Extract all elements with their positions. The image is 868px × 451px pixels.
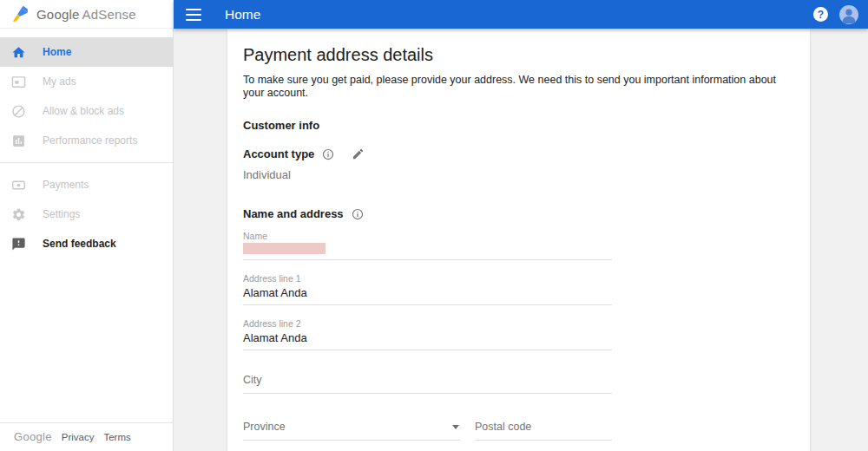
name-address-heading: Name and address xyxy=(243,207,344,220)
brand-google: Google xyxy=(36,7,80,22)
info-icon[interactable] xyxy=(322,148,334,160)
reports-icon xyxy=(11,134,26,148)
sidebar-item-allow-block-ads[interactable]: Allow & block ads xyxy=(0,96,173,126)
sidebar: Home My ads Allow & block ads Per xyxy=(0,29,174,451)
help-icon[interactable]: ? xyxy=(813,7,828,22)
sidebar-divider xyxy=(0,162,173,163)
sidebar-item-my-ads[interactable]: My ads xyxy=(0,67,173,96)
sidebar-item-label: Settings xyxy=(43,208,80,220)
brand-product: AdSense xyxy=(82,7,136,22)
payment-address-card: Payment address details To make sure you… xyxy=(227,29,810,451)
address-form: Name Address line 1 Alamat Anda Address … xyxy=(243,231,612,451)
address-line-2-label: Address line 2 xyxy=(243,318,612,329)
address-line-1-value[interactable]: Alamat Anda xyxy=(243,286,612,304)
sidebar-item-send-feedback[interactable]: Send feedback xyxy=(0,229,173,258)
page-title: Payment address details xyxy=(243,44,794,66)
address-line-1-field[interactable]: Address line 1 Alamat Anda xyxy=(243,273,612,305)
sidebar-nav: Home My ads Allow & block ads Per xyxy=(0,29,173,258)
sidebar-item-label: Home xyxy=(43,46,71,58)
customer-info-heading: Customer info xyxy=(243,119,794,132)
feedback-icon xyxy=(11,237,26,252)
province-select[interactable] xyxy=(243,409,460,440)
sidebar-item-performance-reports[interactable]: Performance reports xyxy=(0,126,173,155)
province-field[interactable] xyxy=(243,409,460,441)
footer-privacy-link[interactable]: Privacy xyxy=(62,432,95,442)
name-field-label: Name xyxy=(243,231,612,241)
edit-pencil-icon[interactable] xyxy=(352,147,365,160)
postal-code-field[interactable] xyxy=(475,409,612,441)
sidebar-item-home[interactable]: Home xyxy=(0,37,173,67)
app-bar: Home ? xyxy=(174,0,868,29)
address-line-2-field[interactable]: Address line 2 Alamat Anda xyxy=(243,318,612,350)
brand-text: GoogleAdSense xyxy=(36,7,136,22)
sidebar-item-label: My ads xyxy=(43,75,76,88)
city-input[interactable] xyxy=(243,363,612,393)
brand-logo-area: GoogleAdSense xyxy=(0,0,174,29)
address-line-2-value[interactable]: Alamat Anda xyxy=(243,331,612,350)
account-type-row: Account type xyxy=(243,147,794,160)
payments-icon xyxy=(11,178,26,193)
block-icon xyxy=(11,104,26,119)
sidebar-item-label: Performance reports xyxy=(43,134,137,147)
settings-icon xyxy=(11,207,26,222)
user-avatar[interactable] xyxy=(839,5,858,24)
adsense-app: GoogleAdSense Home ? Home xyxy=(0,0,868,451)
sidebar-item-label: Allow & block ads xyxy=(43,105,124,117)
sidebar-item-payments[interactable]: Payments xyxy=(0,170,173,199)
info-icon[interactable] xyxy=(352,208,364,220)
content-area: Payment address details To make sure you… xyxy=(174,29,868,451)
home-icon xyxy=(11,45,26,60)
account-type-value: Individual xyxy=(243,168,794,181)
sidebar-item-settings[interactable]: Settings xyxy=(0,199,173,229)
menu-icon[interactable] xyxy=(186,9,201,21)
page-subtitle: To make sure you get paid, please provid… xyxy=(243,74,794,100)
postal-code-input[interactable] xyxy=(475,409,612,440)
name-address-row: Name and address xyxy=(243,207,794,220)
province-postal-row xyxy=(243,409,612,441)
top-header: GoogleAdSense Home ? xyxy=(0,0,868,29)
name-field[interactable]: Name xyxy=(243,231,612,260)
sidebar-item-label: Payments xyxy=(43,179,89,191)
adsense-logo-icon xyxy=(11,4,30,23)
name-field-highlight[interactable] xyxy=(243,243,326,254)
footer-google-wordmark: Google xyxy=(14,430,52,443)
city-field[interactable] xyxy=(243,363,612,394)
sidebar-item-label: Send feedback xyxy=(43,238,116,250)
footer-terms-link[interactable]: Terms xyxy=(103,432,130,442)
person-icon xyxy=(839,5,858,24)
appbar-title: Home xyxy=(225,7,260,23)
my-ads-icon xyxy=(11,75,26,89)
account-type-label: Account type xyxy=(243,147,314,160)
sidebar-footer: Google Privacy Terms xyxy=(0,422,173,451)
address-line-1-label: Address line 1 xyxy=(243,273,612,284)
dropdown-arrow-icon[interactable] xyxy=(452,425,459,429)
